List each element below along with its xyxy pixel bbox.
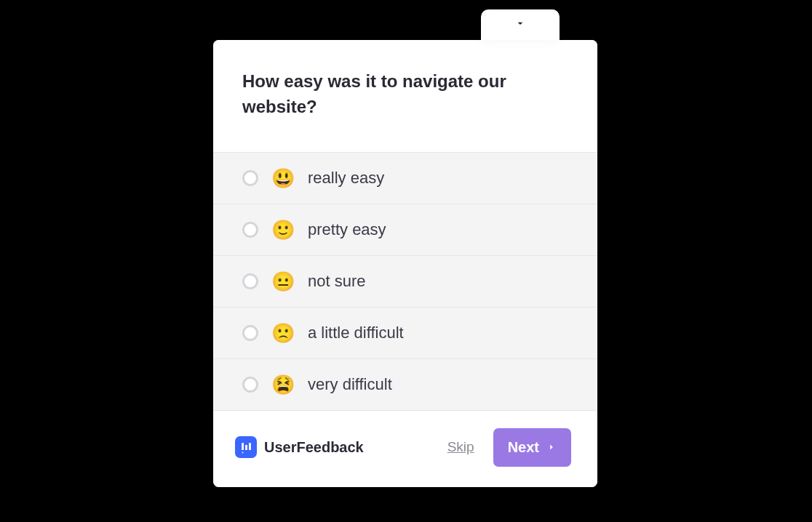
widget-footer: UserFeedback Skip Next bbox=[213, 411, 597, 487]
option-not-sure[interactable]: 😐 not sure bbox=[213, 255, 597, 307]
option-label: really easy bbox=[308, 169, 384, 188]
option-little-difficult[interactable]: 🙁 a little difficult bbox=[213, 307, 597, 358]
option-list: 😃 really easy 🙂 pretty easy 😐 not sure 🙁… bbox=[213, 152, 597, 411]
option-label: not sure bbox=[308, 272, 366, 291]
next-button-label: Next bbox=[508, 439, 539, 456]
radio-icon bbox=[242, 377, 258, 393]
chevron-right-icon bbox=[546, 439, 557, 456]
brand-logo-icon bbox=[235, 436, 257, 458]
option-pretty-easy[interactable]: 🙂 pretty easy bbox=[213, 204, 597, 255]
brand-name: UserFeedback bbox=[264, 439, 364, 456]
chevron-down-icon bbox=[514, 17, 526, 32]
option-label: a little difficult bbox=[308, 324, 404, 342]
question-block: How easy was it to navigate our website? bbox=[213, 40, 597, 152]
radio-icon bbox=[242, 170, 258, 186]
option-label: pretty easy bbox=[308, 220, 386, 239]
radio-icon bbox=[242, 273, 258, 289]
collapse-tab[interactable] bbox=[481, 9, 560, 40]
option-really-easy[interactable]: 😃 really easy bbox=[213, 152, 597, 204]
survey-widget: How easy was it to navigate our website?… bbox=[213, 40, 597, 487]
option-very-difficult[interactable]: 😫 very difficult bbox=[213, 358, 597, 411]
brand[interactable]: UserFeedback bbox=[235, 436, 364, 458]
emoji-icon: 🙁 bbox=[271, 324, 295, 342]
skip-link[interactable]: Skip bbox=[447, 439, 474, 455]
radio-icon bbox=[242, 325, 258, 341]
question-title: How easy was it to navigate our website? bbox=[242, 69, 568, 120]
emoji-icon: 🙂 bbox=[271, 220, 295, 239]
emoji-icon: 😐 bbox=[271, 272, 295, 291]
radio-icon bbox=[242, 222, 258, 238]
next-button[interactable]: Next bbox=[493, 428, 571, 467]
emoji-icon: 😫 bbox=[271, 375, 295, 394]
option-label: very difficult bbox=[308, 375, 392, 394]
emoji-icon: 😃 bbox=[271, 169, 295, 188]
